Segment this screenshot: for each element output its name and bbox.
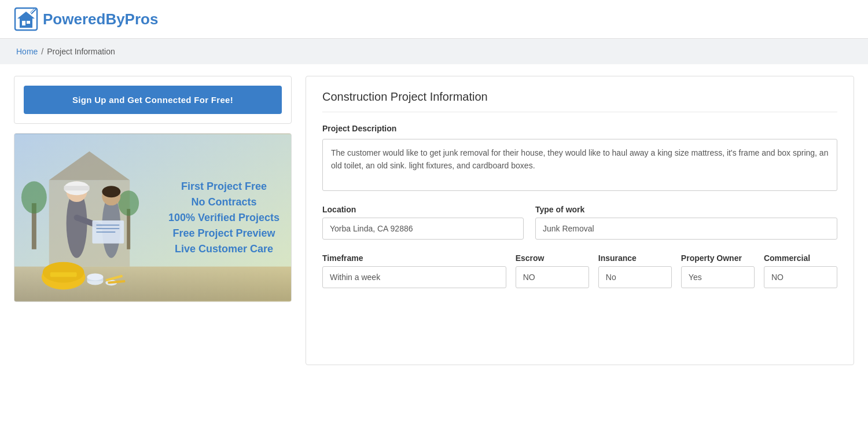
svg-point-14 [118, 190, 139, 216]
promo-line-1: First Project Free [168, 181, 279, 193]
project-description-text: The customer would like to get junk remo… [322, 139, 837, 191]
site-header: PoweredByPros [0, 0, 868, 39]
signup-button[interactable]: Sign Up and Get Connected For Free! [24, 86, 282, 114]
project-description-label: Project Description [322, 124, 837, 133]
svg-point-32 [87, 274, 103, 281]
svg-rect-18 [64, 186, 90, 190]
commercial-value: NO [764, 266, 837, 288]
house-logo-icon [14, 7, 38, 31]
insurance-value: No [598, 266, 672, 288]
signup-card: Sign Up and Get Connected For Free! [14, 76, 292, 124]
promo-card: First Project Free No Contracts 100% Ver… [14, 133, 292, 302]
svg-rect-2 [20, 19, 32, 28]
promo-overlay: First Project Free No Contracts 100% Ver… [168, 181, 279, 255]
location-value: Yorba Linda, CA 92886 [322, 218, 524, 240]
promo-line-2: No Contracts [168, 196, 279, 208]
commercial-field-group: Commercial NO [764, 253, 837, 288]
breadcrumb-home-link[interactable]: Home [16, 47, 38, 56]
type-of-work-label: Type of work [535, 205, 837, 214]
commercial-label: Commercial [764, 253, 837, 263]
svg-rect-3 [22, 21, 25, 25]
location-field-group: Location Yorba Linda, CA 92886 [322, 205, 524, 240]
svg-point-22 [102, 186, 120, 197]
escrow-label: Escrow [516, 253, 589, 263]
insurance-label: Insurance [598, 253, 672, 263]
breadcrumb: Home / Project Information [0, 39, 868, 64]
svg-line-5 [31, 9, 36, 14]
sidebar: Sign Up and Get Connected For Free! [14, 76, 292, 302]
svg-point-12 [21, 181, 47, 214]
logo: PoweredByPros [14, 7, 158, 31]
svg-rect-4 [27, 21, 30, 24]
type-of-work-value: Junk Removal [535, 218, 837, 240]
timeframe-value: Within a week [322, 266, 506, 288]
escrow-field-group: Escrow NO [516, 253, 589, 288]
location-label: Location [322, 205, 524, 214]
promo-line-5: Live Customer Care [168, 243, 279, 255]
breadcrumb-current-page: Project Information [47, 47, 115, 56]
svg-rect-29 [50, 273, 77, 277]
timeframe-field-group: Timeframe Within a week [322, 253, 506, 288]
main-content: Sign Up and Get Connected For Free! [0, 64, 868, 377]
promo-line-4: Free Project Preview [168, 227, 279, 240]
timeframe-label: Timeframe [322, 253, 506, 263]
escrow-value: NO [516, 266, 589, 288]
insurance-field-group: Insurance No [598, 253, 672, 288]
type-of-work-field-group: Type of work Junk Removal [535, 205, 837, 240]
promo-line-3: 100% Verified Projects [168, 212, 279, 224]
logo-text: PoweredByPros [43, 10, 158, 28]
content-panel: Construction Project Information Project… [306, 76, 854, 365]
timeframe-row: Timeframe Within a week Escrow NO Insura… [322, 253, 837, 288]
promo-image: First Project Free No Contracts 100% Ver… [14, 134, 291, 301]
panel-title: Construction Project Information [322, 90, 837, 112]
breadcrumb-separator: / [41, 47, 43, 56]
location-type-row: Location Yorba Linda, CA 92886 Type of w… [322, 205, 837, 240]
property-owner-label: Property Owner [681, 253, 755, 263]
property-owner-field-group: Property Owner Yes [681, 253, 755, 288]
property-owner-value: Yes [681, 266, 755, 288]
